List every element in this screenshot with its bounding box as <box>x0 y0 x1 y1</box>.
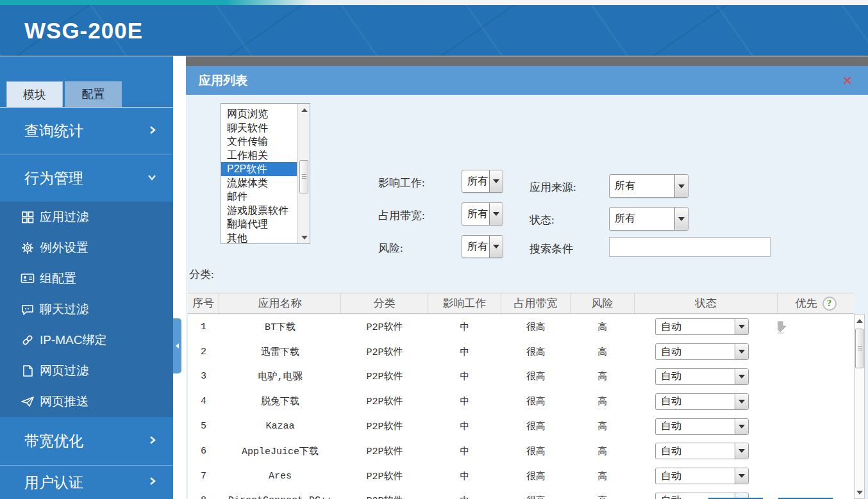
category-option[interactable]: 聊天软件 <box>221 121 297 135</box>
dropdown-caret-icon[interactable] <box>735 443 748 459</box>
dialog-title: 应用列表 <box>199 72 247 89</box>
category-option-selected[interactable]: P2P软件 <box>221 162 297 176</box>
category-option[interactable]: 文件传输 <box>221 135 297 149</box>
dropdown-caret-icon[interactable] <box>735 344 748 359</box>
impact-filter-dropdown[interactable]: 所有 <box>462 170 503 193</box>
category-option[interactable]: 网页浏览 <box>221 107 297 121</box>
table-row: 1 BT下载 P2P软件 中 很高 高 自动 <box>188 315 854 339</box>
sidebar-item-exception-settings[interactable]: 例外设置 <box>0 233 173 263</box>
dropdown-caret-icon[interactable] <box>674 208 688 230</box>
risk-filter-dropdown[interactable]: 所有 <box>462 235 503 258</box>
dropdown-caret-icon[interactable] <box>735 419 748 434</box>
id-card-icon <box>21 272 35 286</box>
grid-icon <box>21 210 35 224</box>
sidebar-item-web-push[interactable]: 网页推送 <box>0 386 173 417</box>
table-body: 1 BT下载 P2P软件 中 很高 高 自动 2 迅雷下载 P2P软件 <box>188 315 854 499</box>
left-arrow-icon <box>175 343 179 349</box>
dialog-drag-bar[interactable] <box>186 56 868 66</box>
sidebar-item-chat-filter[interactable]: 聊天过滤 <box>0 294 173 325</box>
table-row: 4 脱兔下载 P2P软件 中 很高 高 自动 <box>188 389 854 414</box>
scroll-up-icon[interactable] <box>298 105 310 115</box>
behavior-submenu: 应用过滤 例外设置 组配置 聊天过滤 <box>0 202 173 417</box>
source-filter-dropdown[interactable]: 所有 <box>609 174 689 198</box>
bandwidth-filter-dropdown[interactable]: 所有 <box>462 202 503 225</box>
dropdown-caret-icon[interactable] <box>735 319 748 334</box>
row-status-dropdown[interactable]: 自动 <box>655 343 749 360</box>
category-option[interactable]: 邮件 <box>221 190 297 204</box>
app-list-dialog: 应用列表 ✕ 分类: 网页浏览 聊天软件 文件传输 工作相关 P2P软件 流媒体… <box>186 56 868 499</box>
row-status-dropdown[interactable]: 自动 <box>655 468 749 484</box>
sidebar-item-user-auth[interactable]: 用户认证 <box>0 466 173 499</box>
tab-modules[interactable]: 模块 <box>6 81 63 107</box>
dropdown-caret-icon[interactable] <box>735 369 748 384</box>
row-status-dropdown[interactable]: 自动 <box>655 368 749 385</box>
sidebar-item-app-filter[interactable]: 应用过滤 <box>0 202 173 233</box>
dropdown-caret-icon[interactable] <box>489 236 503 258</box>
sidebar-item-behavior-mgmt[interactable]: 行为管理 <box>0 154 173 202</box>
wsg-200e-app: WSG-200E 模块 配置 查询统计 行为管理 应用过滤 <box>0 0 868 499</box>
scrollbar-thumb[interactable] <box>855 329 864 368</box>
category-option[interactable]: 工作相关 <box>221 149 297 163</box>
scroll-down-icon[interactable] <box>855 487 864 497</box>
category-option[interactable]: 游戏股票软件 <box>221 204 297 218</box>
app-name: DirectConnect,DC++ <box>219 495 341 499</box>
row-status-dropdown[interactable]: 自动 <box>655 443 749 459</box>
chat-bubble-icon <box>21 302 35 316</box>
document-icon <box>21 364 35 378</box>
chevron-right-icon <box>149 436 156 447</box>
row-status-dropdown[interactable]: 自动 <box>655 318 749 335</box>
top-teal-strip <box>0 0 868 5</box>
sidebar-item-ip-mac-binding[interactable]: IP-MAC绑定 <box>0 325 173 356</box>
tab-config[interactable]: 配置 <box>65 81 122 107</box>
dialog-body: 分类: 网页浏览 聊天软件 文件传输 工作相关 P2P软件 流媒体类 邮件 游戏… <box>186 95 868 499</box>
dropdown-caret-icon[interactable] <box>735 468 748 484</box>
dropdown-caret-icon[interactable] <box>735 394 748 409</box>
category-option[interactable]: 流媒体类 <box>221 176 297 190</box>
table-row: 7 Ares P2P软件 中 很高 高 自动 <box>188 464 854 489</box>
chevron-right-icon <box>149 477 156 488</box>
sidebar-tabs: 模块 配置 <box>0 81 173 108</box>
scroll-down-icon[interactable] <box>298 233 310 242</box>
row-status-dropdown[interactable]: 自动 <box>655 418 749 435</box>
app-name: 电驴,电骡 <box>219 370 341 382</box>
scroll-up-icon[interactable] <box>855 316 864 325</box>
sidebar-item-group-config[interactable]: 组配置 <box>0 263 173 294</box>
category-label: 分类: <box>189 267 214 282</box>
app-name: AppleJuice下载 <box>219 445 341 457</box>
priority-down-icon[interactable] <box>778 319 788 334</box>
sidebar-item-query-stats[interactable]: 查询统计 <box>0 108 173 154</box>
link-icon <box>21 333 35 347</box>
table-scrollbar[interactable] <box>854 314 865 499</box>
dialog-header: 应用列表 ✕ <box>186 66 868 95</box>
sidebar: 模块 配置 查询统计 行为管理 应用过滤 <box>0 56 173 499</box>
listbox-scrollbar[interactable] <box>297 104 310 243</box>
chevron-right-icon <box>149 126 156 137</box>
app-name: BT下载 <box>219 321 341 333</box>
scrollbar-thumb[interactable] <box>299 160 308 193</box>
table-row: 2 迅雷下载 P2P软件 中 很高 高 自动 <box>188 339 854 364</box>
table-row: 3 电驴,电骡 P2P软件 中 很高 高 自动 <box>188 364 854 389</box>
category-option[interactable]: 翻墙代理 <box>221 217 297 231</box>
status-filter-dropdown[interactable]: 所有 <box>609 207 689 231</box>
dropdown-caret-icon[interactable] <box>674 175 688 197</box>
gear-icon <box>21 241 35 255</box>
sidebar-collapse-handle[interactable] <box>173 318 181 373</box>
close-icon[interactable]: ✕ <box>840 73 855 88</box>
row-status-dropdown[interactable]: 自动 <box>655 393 749 410</box>
sidebar-item-bandwidth-opt[interactable]: 带宽优化 <box>0 417 173 465</box>
sidebar-item-web-filter[interactable]: 网页过滤 <box>0 356 173 386</box>
table-row: 5 Kazaa P2P软件 中 很高 高 自动 <box>188 414 854 439</box>
banner: WSG-200E <box>0 5 868 56</box>
app-name: Kazaa <box>219 421 341 432</box>
category-option[interactable]: 其他 <box>221 231 297 245</box>
app-title: WSG-200E <box>24 18 143 44</box>
search-label: 搜索条件 <box>530 241 573 256</box>
dropdown-caret-icon[interactable] <box>489 203 503 225</box>
table-header: 序号 应用名称 分类 影响工作 占用带宽 风险 状态 优先 ? <box>188 293 854 314</box>
table-row: 6 AppleJuice下载 P2P软件 中 很高 高 自动 <box>188 439 854 464</box>
help-icon[interactable]: ? <box>822 297 837 311</box>
category-listbox[interactable]: 网页浏览 聊天软件 文件传输 工作相关 P2P软件 流媒体类 邮件 游戏股票软件… <box>221 103 310 244</box>
search-input[interactable] <box>609 237 771 257</box>
paper-plane-icon <box>21 395 35 409</box>
dropdown-caret-icon[interactable] <box>489 170 503 192</box>
